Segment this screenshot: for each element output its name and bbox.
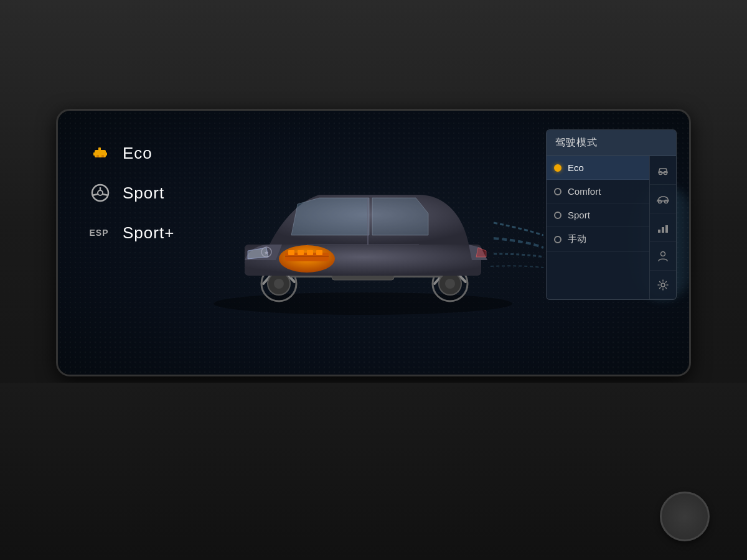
side-icon-column [650,156,676,299]
manual-label: 手动 [568,233,586,245]
left-sportplus-item[interactable]: ESP Sport+ [89,222,174,244]
esp-badge: ESP [89,222,111,244]
eco-label: Eco [568,162,584,173]
svg-point-59 [661,283,665,287]
svg-point-53 [659,200,662,203]
left-sportplus-label: Sport+ [123,223,174,243]
drive-mode-panel: 驾驶模式 Eco Comfort [546,129,677,300]
svg-point-58 [661,251,665,256]
left-drive-panel: Eco Sport ESP [89,142,174,244]
person-icon-item[interactable] [650,242,676,271]
svg-point-20 [92,185,108,201]
mode-manual-item[interactable]: 手动 [547,227,649,252]
comfort-label: Comfort [568,186,601,197]
svg-rect-55 [658,230,660,233]
svg-point-25 [214,292,512,315]
sport-radio [554,212,561,219]
infotainment-screen: Eco Sport ESP [56,109,691,376]
svg-point-51 [664,171,667,174]
svg-rect-19 [101,155,104,157]
gear-icon-item[interactable] [650,271,676,299]
steering-icon [89,182,111,204]
mode-sport-item[interactable]: Sport [547,203,649,227]
dashboard-lower [0,383,747,560]
svg-point-35 [445,279,455,289]
svg-rect-15 [93,152,96,156]
sport-label: Sport [568,210,590,220]
left-eco-label: Eco [123,144,153,163]
car-visualization: ★ [182,123,552,362]
panel-title: 驾驶模式 [555,136,598,149]
svg-text:★: ★ [264,250,269,256]
manual-radio [554,236,561,243]
svg-rect-48 [316,250,322,255]
svg-point-30 [274,279,284,289]
right-control-knob[interactable] [660,492,710,541]
car-svg: ★ [182,123,543,316]
svg-rect-45 [288,250,294,255]
engine-icon [89,142,111,164]
svg-rect-18 [96,155,99,157]
panel-body: Eco Comfort Sport 手动 [547,156,676,299]
mode-comfort-item[interactable]: Comfort [547,180,649,203]
svg-rect-17 [98,147,101,151]
svg-rect-46 [298,250,304,255]
svg-rect-57 [665,225,668,233]
mode-eco-item[interactable]: Eco [547,156,649,180]
svg-rect-56 [662,227,664,233]
svg-rect-14 [95,150,106,157]
left-sport-label: Sport [123,184,164,203]
chart-icon-item[interactable] [650,213,676,242]
screen-content: Eco Sport ESP [58,111,689,375]
svg-point-21 [98,190,103,195]
svg-point-50 [659,171,662,174]
left-eco-item[interactable]: Eco [89,142,174,164]
svg-point-54 [665,200,668,203]
eco-radio [554,164,561,172]
esp-text: ESP [89,228,108,238]
car-side-icon-item[interactable] [650,185,676,213]
car-front-icon-item[interactable] [650,156,676,185]
panel-header: 驾驶模式 [547,130,676,156]
left-sport-item[interactable]: Sport [89,182,174,204]
car-body-container: ★ [182,123,552,362]
comfort-radio [554,188,561,195]
mode-list: Eco Comfort Sport 手动 [547,156,650,299]
svg-rect-16 [105,152,107,156]
svg-rect-47 [307,250,313,255]
